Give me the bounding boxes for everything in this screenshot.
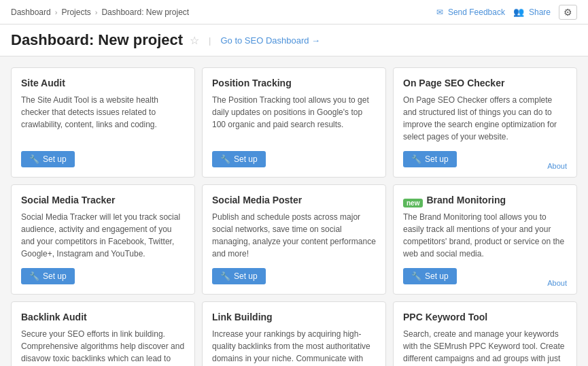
feedback-label: Send Feedback <box>448 7 505 17</box>
tool-desc-backlink-audit: Secure your SEO efforts in link building… <box>21 328 185 366</box>
send-feedback-button[interactable]: Send Feedback <box>436 7 505 17</box>
tool-title-on-page-seo: On Page SEO Checker <box>403 78 504 88</box>
tool-card-site-audit: Site AuditThe Site Audit Tool is a websi… <box>11 67 195 178</box>
about-link-brand-monitoring[interactable]: About <box>547 279 567 287</box>
main-content: Site AuditThe Site Audit Tool is a websi… <box>0 56 588 366</box>
seo-dashboard-link[interactable]: Go to SEO Dashboard → <box>220 35 320 46</box>
tool-title-social-media-poster: Social Media Poster <box>212 195 302 205</box>
top-navigation-bar: Dashboard › Projects › Dashboard: New pr… <box>0 0 588 24</box>
tool-footer-brand-monitoring: 🔧 Set up <box>403 268 567 284</box>
tool-footer-site-audit: 🔧 Set up <box>21 151 185 167</box>
breadcrumb-sep-2: › <box>95 8 98 16</box>
wrench-icon: 🔧 <box>29 154 39 164</box>
tool-desc-social-media-tracker: Social Media Tracker will let you track … <box>21 211 185 260</box>
setup-button-site-audit[interactable]: 🔧 Set up <box>21 151 75 167</box>
setup-button-on-page-seo[interactable]: 🔧 Set up <box>403 151 457 167</box>
breadcrumb-sep-1: › <box>55 8 58 16</box>
breadcrumb-projects[interactable]: Projects <box>61 7 90 17</box>
breadcrumb-current: Dashboard: New project <box>101 7 189 17</box>
tool-card-brand-monitoring: newBrand MonitoringThe Brand Monitoring … <box>393 184 577 295</box>
setup-button-social-media-poster[interactable]: 🔧 Set up <box>212 268 266 284</box>
wrench-icon: 🔧 <box>220 271 230 281</box>
breadcrumb: Dashboard › Projects › Dashboard: New pr… <box>11 7 189 17</box>
share-label: Share <box>529 7 551 17</box>
share-button[interactable]: Share <box>513 7 551 17</box>
wrench-icon: 🔧 <box>411 154 421 164</box>
tool-title-backlink-audit: Backlink Audit <box>21 312 87 322</box>
tool-title-position-tracking: Position Tracking <box>212 78 292 88</box>
setup-button-social-media-tracker[interactable]: 🔧 Set up <box>21 268 75 284</box>
tool-desc-link-building: Increase your rankings by acquiring high… <box>212 328 376 366</box>
tool-desc-on-page-seo: On Page SEO Checker offers a complete an… <box>403 94 567 143</box>
tool-title-link-building: Link Building <box>212 312 273 322</box>
wrench-icon: 🔧 <box>220 154 230 164</box>
tool-card-on-page-seo: On Page SEO CheckerOn Page SEO Checker o… <box>393 67 577 178</box>
header-divider: | <box>209 35 211 46</box>
favorite-star-icon[interactable]: ☆ <box>190 34 199 47</box>
tool-card-position-tracking: Position TrackingThe Position Tracking t… <box>202 67 386 178</box>
new-badge: new <box>403 199 423 207</box>
tool-title-ppc-keyword: PPC Keyword Tool <box>403 312 487 322</box>
tool-card-backlink-audit: Backlink AuditSecure your SEO efforts in… <box>11 301 195 366</box>
tool-footer-on-page-seo: 🔧 Set up <box>403 151 567 167</box>
about-link-on-page-seo[interactable]: About <box>547 162 567 170</box>
tool-card-social-media-poster: Social Media PosterPublish and schedule … <box>202 184 386 295</box>
wrench-icon: 🔧 <box>411 271 421 281</box>
breadcrumb-dashboard[interactable]: Dashboard <box>11 7 51 17</box>
tool-title-site-audit: Site Audit <box>21 78 65 88</box>
tool-card-link-building: Link BuildingIncrease your rankings by a… <box>202 301 386 366</box>
tool-footer-social-media-tracker: 🔧 Set up <box>21 268 185 284</box>
setup-button-brand-monitoring[interactable]: 🔧 Set up <box>403 268 457 284</box>
tool-desc-brand-monitoring: The Brand Monitoring tool allows you to … <box>403 211 567 260</box>
feedback-icon <box>436 7 445 17</box>
tool-title-social-media-tracker: Social Media Tracker <box>21 195 116 205</box>
tool-card-social-media-tracker: Social Media TrackerSocial Media Tracker… <box>11 184 195 295</box>
tool-desc-ppc-keyword: Search, create and manage your keywords … <box>403 328 567 366</box>
wrench-icon: 🔧 <box>29 271 39 281</box>
tool-title-brand-monitoring: Brand Monitoring <box>426 195 506 205</box>
tool-card-ppc-keyword: PPC Keyword ToolSearch, create and manag… <box>393 301 577 366</box>
tool-desc-position-tracking: The Position Tracking tool allows you to… <box>212 94 376 143</box>
tools-grid: Site AuditThe Site Audit Tool is a websi… <box>11 67 577 366</box>
page-header-left: Dashboard: New project ☆ | Go to SEO Das… <box>11 31 320 49</box>
tool-footer-position-tracking: 🔧 Set up <box>212 151 376 167</box>
share-icon <box>513 7 526 17</box>
setup-button-position-tracking[interactable]: 🔧 Set up <box>212 151 266 167</box>
tool-footer-social-media-poster: 🔧 Set up <box>212 268 376 284</box>
settings-button[interactable]: ⚙ <box>559 5 577 20</box>
tool-desc-social-media-poster: Publish and schedule posts across major … <box>212 211 376 260</box>
gear-icon: ⚙ <box>564 7 572 18</box>
page-header: Dashboard: New project ☆ | Go to SEO Das… <box>0 24 588 56</box>
page-title: Dashboard: New project <box>11 31 183 49</box>
tool-desc-site-audit: The Site Audit Tool is a website health … <box>21 94 185 143</box>
top-bar-actions: Send Feedback Share ⚙ <box>436 5 577 20</box>
